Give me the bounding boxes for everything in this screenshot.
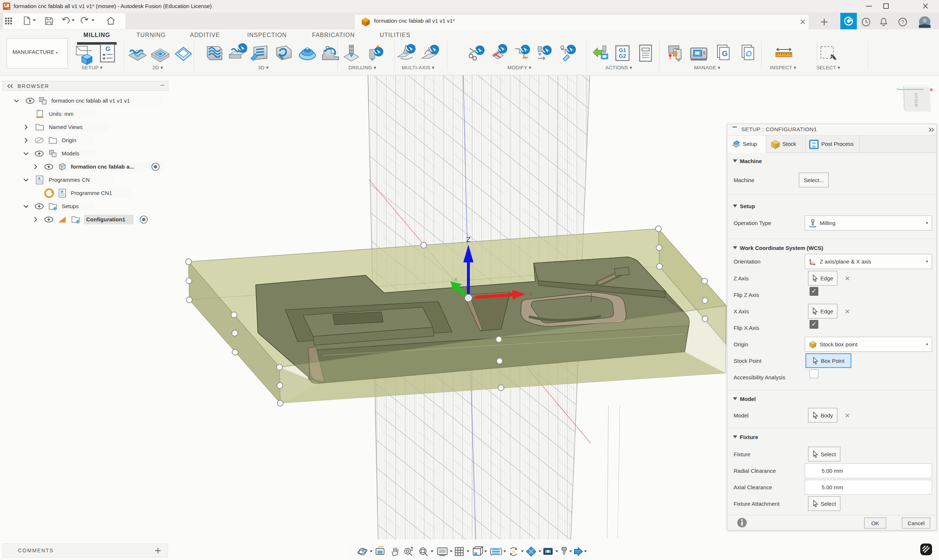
- svg-text:?: ?: [901, 19, 904, 25]
- svg-text:Origin: Origin: [62, 137, 76, 143]
- svg-text:formation cnc fablab a...: formation cnc fablab a...: [71, 163, 134, 170]
- svg-text:Programme CN1: Programme CN1: [71, 190, 112, 196]
- svg-text:G: G: [105, 45, 110, 52]
- svg-text:G: G: [722, 49, 728, 57]
- svg-text:x: x: [933, 88, 935, 92]
- svg-text:Setups: Setups: [62, 203, 79, 209]
- svg-text:G1: G1: [812, 142, 816, 145]
- svg-text:Z: Z: [466, 235, 470, 243]
- svg-text:Y: Y: [896, 88, 899, 92]
- svg-text:Y: Y: [454, 276, 458, 283]
- svg-text:Programmes CN: Programmes CN: [49, 177, 90, 183]
- svg-text:G2: G2: [619, 53, 626, 59]
- svg-text:x: x: [530, 291, 532, 297]
- svg-text:formation cnc fablab all v1 v1: formation cnc fablab all v1 v1 v1: [51, 97, 130, 104]
- svg-text:Units: mm: Units: mm: [49, 111, 74, 117]
- svg-text:G2: G2: [812, 145, 816, 148]
- svg-text:Named Views: Named Views: [49, 124, 83, 130]
- svg-text:DM: DM: [7, 8, 10, 10]
- svg-text:G1: G1: [619, 47, 626, 53]
- svg-text:Configuration1: Configuration1: [86, 216, 125, 223]
- svg-text:RIGHT: RIGHT: [914, 92, 919, 106]
- svg-text:Models: Models: [62, 150, 79, 157]
